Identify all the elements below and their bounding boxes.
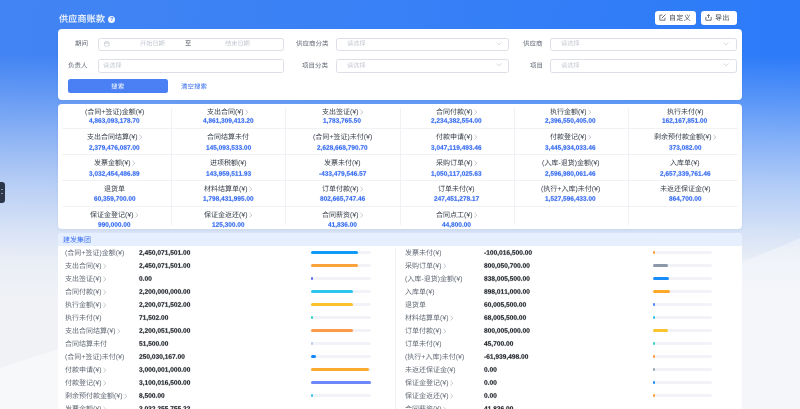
svg-text:?: ? xyxy=(110,16,113,22)
